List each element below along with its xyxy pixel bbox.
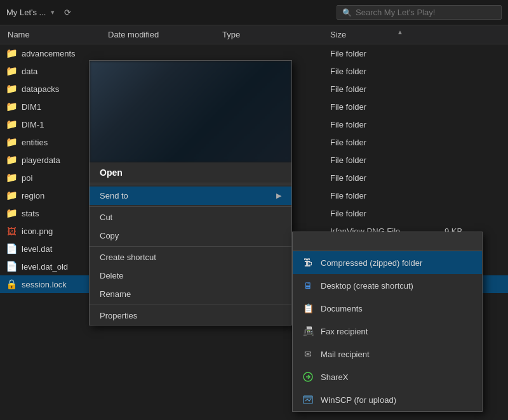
file-name: datapacks xyxy=(22,84,98,94)
submenu-item-desktop[interactable]: 🖥 Desktop (create shortcut) xyxy=(293,274,482,297)
desktop-label: Desktop (create shortcut) xyxy=(321,281,413,291)
folder-icon: 📁 xyxy=(5,207,18,220)
winscp-label: WinSCP (for upload) xyxy=(321,395,396,405)
separator xyxy=(90,246,291,247)
folder-icon: 📁 xyxy=(5,82,18,95)
file-type: File folder xyxy=(330,49,366,58)
col-size-header: Size xyxy=(330,30,381,39)
preview-blur xyxy=(90,61,291,162)
folder-icon: 📁 xyxy=(5,154,18,166)
submenu-item-sharex[interactable]: ShareX xyxy=(293,365,482,388)
folder-icon: 📁 xyxy=(5,136,18,148)
file-type: File folder xyxy=(330,84,366,94)
separator xyxy=(90,305,291,305)
fax-icon: 📠 xyxy=(302,325,314,338)
context-menu-properties[interactable]: Properties xyxy=(90,306,291,325)
properties-label: Properties xyxy=(100,311,137,320)
file-type: File folder xyxy=(330,102,366,112)
col-type-header: Type xyxy=(222,30,330,39)
breadcrumb-area: My Let's ... ▾ ⟳ xyxy=(6,5,75,20)
create-shortcut-label: Create shortcut xyxy=(100,253,156,262)
context-menu-copy[interactable]: Copy xyxy=(90,226,291,245)
context-menu-create-shortcut[interactable]: Create shortcut xyxy=(90,248,291,266)
file-type: File folder xyxy=(330,138,366,147)
file-name: DIM1 xyxy=(22,102,98,112)
file-name: icon.png xyxy=(22,226,98,236)
folder-icon: 📁 xyxy=(5,118,18,131)
search-bar[interactable]: 🔍 xyxy=(337,5,502,20)
file-name: playerdata xyxy=(22,155,98,165)
refresh-button[interactable]: ⟳ xyxy=(60,5,75,20)
file-name: session.lock xyxy=(22,280,98,289)
file-name: DIM-1 xyxy=(22,120,98,129)
copy-label: Copy xyxy=(100,231,119,240)
breadcrumb-label: My Let's ... xyxy=(6,8,46,17)
file-type: File folder xyxy=(330,120,366,129)
mail-label: Mail recipient xyxy=(321,350,370,359)
column-headers: Name ▲ Date modified Type Size xyxy=(0,25,508,44)
separator xyxy=(90,206,291,207)
fax-label: Fax recipient xyxy=(321,327,368,336)
folder-icon: 📁 xyxy=(5,100,18,113)
documents-label: Documents xyxy=(321,304,363,313)
file-name: poi xyxy=(22,173,98,183)
svg-rect-2 xyxy=(304,396,312,398)
separator xyxy=(90,185,291,185)
col-name-header: Name xyxy=(0,30,108,39)
rename-label: Rename xyxy=(100,289,131,299)
chevron-icon: ▾ xyxy=(51,8,55,16)
sharex-label: ShareX xyxy=(321,372,348,382)
folder-icon: 📁 xyxy=(5,171,18,184)
file-name: stats xyxy=(22,209,98,218)
submenu-item-documents[interactable]: 📋 Documents xyxy=(293,297,482,320)
arrow-icon: ▶ xyxy=(276,192,281,200)
folder-icon: 📁 xyxy=(5,189,18,202)
submenu-item-winscp[interactable]: WinSCP (for upload) xyxy=(293,388,482,411)
zip-label: Compressed (zipped) folder xyxy=(321,258,422,268)
title-bar: My Let's ... ▾ ⟳ 🔍 xyxy=(0,0,508,25)
context-menu-rename[interactable]: Rename xyxy=(90,285,291,303)
col-date-header: Date modified xyxy=(108,30,222,39)
desktop-icon: 🖥 xyxy=(302,279,314,292)
file-name: region xyxy=(22,191,98,200)
file-name: data xyxy=(22,67,98,76)
file-row[interactable]: 📁 advancements File folder xyxy=(0,44,508,62)
submenu-item-fax[interactable]: 📠 Fax recipient xyxy=(293,320,482,343)
mail-icon: ✉ xyxy=(302,348,314,360)
cut-label: Cut xyxy=(100,213,112,222)
image-file-icon: 🖼 xyxy=(5,225,18,237)
submenu-header xyxy=(293,232,482,251)
context-menu-delete[interactable]: Delete xyxy=(90,266,291,285)
context-menu-cut[interactable]: Cut xyxy=(90,208,291,226)
context-menu: Open Send to ▶ Cut Copy Create shortcut … xyxy=(89,60,292,325)
file-name: level.dat_old xyxy=(22,262,98,272)
sort-arrow: ▲ xyxy=(397,29,403,36)
dat-old-file-icon: 📄 xyxy=(5,260,18,273)
folder-icon: 📁 xyxy=(5,47,18,60)
sendto-label: Send to xyxy=(100,191,128,200)
search-input[interactable] xyxy=(356,8,496,17)
context-menu-sendto[interactable]: Send to ▶ xyxy=(90,187,291,205)
sharex-icon xyxy=(302,371,314,383)
submenu-item-zip[interactable]: 🗜 Compressed (zipped) folder xyxy=(293,251,482,274)
delete-label: Delete xyxy=(100,271,124,280)
lock-file-icon: 🔒 xyxy=(5,278,18,291)
winscp-icon xyxy=(302,393,314,406)
submenu-item-mail[interactable]: ✉ Mail recipient xyxy=(293,343,482,365)
folder-icon: 📁 xyxy=(5,65,18,77)
documents-icon: 📋 xyxy=(302,302,314,315)
file-type: File folder xyxy=(330,209,366,218)
preview-area xyxy=(90,61,291,162)
file-name: level.dat xyxy=(22,244,98,254)
file-type: File folder xyxy=(330,173,366,183)
file-type: File folder xyxy=(330,191,366,200)
dat-file-icon: 📄 xyxy=(5,242,18,255)
sendto-submenu: 🗜 Compressed (zipped) folder 🖥 Desktop (… xyxy=(292,232,483,412)
zip-icon: 🗜 xyxy=(302,256,314,269)
search-icon: 🔍 xyxy=(342,8,352,17)
context-menu-open[interactable]: Open xyxy=(90,162,291,183)
file-name: entities xyxy=(22,138,98,147)
file-type: File folder xyxy=(330,155,366,165)
file-type: File folder xyxy=(330,67,366,76)
file-name: advancements xyxy=(22,49,98,58)
